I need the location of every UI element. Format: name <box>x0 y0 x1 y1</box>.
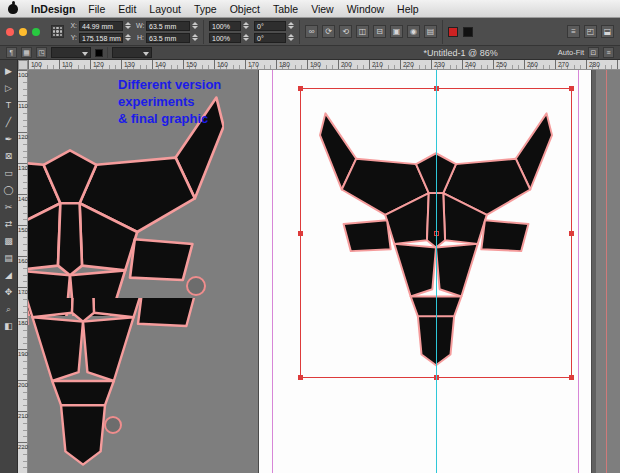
hand-tool[interactable]: ✥ <box>2 285 16 299</box>
pen-tool[interactable]: ✒ <box>2 132 16 146</box>
bleed-guide[interactable] <box>606 70 607 473</box>
y-field[interactable]: 175.158 mm <box>79 33 123 43</box>
w-stepper[interactable] <box>192 22 198 29</box>
x-stepper[interactable] <box>125 22 131 29</box>
ruler-origin-corner[interactable] <box>18 60 28 70</box>
flip-horizontal-icon[interactable]: ◫ <box>356 25 369 38</box>
flip-vertical-icon[interactable]: ⊟ <box>373 25 386 38</box>
select-container-icon[interactable]: ▣ <box>390 25 403 38</box>
panel-options-icon[interactable]: ≡ <box>567 25 580 38</box>
menu-file[interactable]: File <box>88 3 105 15</box>
grid-icon[interactable]: ▦ <box>21 47 32 58</box>
ruler-vertical[interactable]: 100110120130140150160170180190200210220 <box>18 70 28 473</box>
close-window-button[interactable] <box>6 28 14 36</box>
gradient-tool[interactable]: ▩ <box>2 234 16 248</box>
shear-stepper[interactable] <box>288 34 294 41</box>
rotation-stepper[interactable] <box>288 22 294 29</box>
y-label: Y: <box>69 34 77 41</box>
type-tool[interactable]: T <box>2 98 16 112</box>
note-tool[interactable]: ▤ <box>2 251 16 265</box>
handle-bottom-left[interactable] <box>298 375 303 380</box>
annotation-line: Different version <box>118 76 221 93</box>
bull-experiment-2[interactable] <box>28 298 218 473</box>
rectangle-tool[interactable]: ▭ <box>2 166 16 180</box>
handle-top-right[interactable] <box>569 86 574 91</box>
free-transform-tool[interactable]: ⇄ <box>2 217 16 231</box>
scale-x-field[interactable]: 100% <box>209 21 241 31</box>
handle-middle-right[interactable] <box>569 231 574 236</box>
menu-view[interactable]: View <box>311 3 334 15</box>
constrain-proportions-icon[interactable]: ∞ <box>305 25 318 38</box>
effects-icon[interactable]: ▤ <box>424 25 437 38</box>
reference-point-selector[interactable] <box>51 25 64 38</box>
auto-fit-label[interactable]: Auto-Fit <box>558 48 584 57</box>
handle-top-left[interactable] <box>298 86 303 91</box>
columns-icon[interactable]: ◳ <box>36 47 47 58</box>
annotation-text[interactable]: Different version experiments & final gr… <box>118 76 221 127</box>
menu-bar: InDesignFileEditLayoutTypeObjectTableVie… <box>0 0 620 18</box>
ruler-tick-label: 150 <box>186 61 197 68</box>
ruler-tick-label: 270 <box>558 61 569 68</box>
shear-field[interactable]: 0° <box>254 33 286 43</box>
menu-window[interactable]: Window <box>347 3 384 15</box>
ruler-tick-label: 280 <box>589 61 600 68</box>
h-stepper[interactable] <box>192 34 198 41</box>
more-options-icon[interactable]: ≡ <box>603 47 614 58</box>
stroke-color-swatch[interactable] <box>95 49 103 57</box>
margin-guide-left[interactable] <box>272 70 273 473</box>
zoom-tool[interactable]: ⌕ <box>2 302 16 316</box>
line-tool[interactable]: ╱ <box>2 115 16 129</box>
workspace-icon[interactable]: ◰ <box>584 25 597 38</box>
fill-stroke-swatch[interactable]: ◧ <box>2 319 16 333</box>
minimize-window-button[interactable] <box>19 28 27 36</box>
handle-bottom-right[interactable] <box>569 375 574 380</box>
paragraph-icon[interactable]: ¶ <box>6 47 17 58</box>
document-canvas[interactable]: Different version experiments & final gr… <box>28 70 620 473</box>
fitting-icon[interactable]: ⊡ <box>588 47 599 58</box>
stroke-type-dropdown[interactable] <box>51 47 91 58</box>
ruler-tick-label: 180 <box>18 320 28 326</box>
bull-graphic-experiment-2[interactable] <box>28 298 218 473</box>
document-title: *Untitled-1 @ 86% <box>424 48 498 58</box>
ellipse-tool[interactable]: ◯ <box>2 183 16 197</box>
w-field[interactable]: 63.5 mm <box>146 21 190 31</box>
scale-y-stepper[interactable] <box>243 34 249 41</box>
scale-y-field[interactable]: 100% <box>209 33 241 43</box>
menu-edit[interactable]: Edit <box>118 3 136 15</box>
rotation-field[interactable]: 0° <box>254 21 286 31</box>
effects-dropdown[interactable] <box>112 47 152 58</box>
menu-indesign[interactable]: InDesign <box>31 3 75 15</box>
menu-table[interactable]: Table <box>273 3 298 15</box>
menu-help[interactable]: Help <box>397 3 419 15</box>
eye-detail-circle-1[interactable] <box>186 276 206 296</box>
margin-guide-right[interactable] <box>578 70 579 473</box>
eyedropper-tool[interactable]: ◢ <box>2 268 16 282</box>
stroke-swatch[interactable] <box>463 27 473 37</box>
control-panel-row1: X: 44.99 mm Y: 175.158 mm W: 63.5 mm H: … <box>0 18 620 46</box>
ruler-horizontal[interactable]: 1001101201301401501601701801902002102202… <box>28 60 620 70</box>
fill-swatch[interactable] <box>448 27 458 37</box>
ruler-tick-label: 130 <box>124 61 135 68</box>
handle-middle-left[interactable] <box>298 231 303 236</box>
screen-mode-icon[interactable]: ⬓ <box>601 25 614 38</box>
select-content-icon[interactable]: ◉ <box>407 25 420 38</box>
y-stepper[interactable] <box>125 34 131 41</box>
guide-vertical-cyan[interactable] <box>436 70 437 473</box>
zoom-window-button[interactable] <box>32 28 40 36</box>
direct-selection-tool[interactable]: ▷ <box>2 81 16 95</box>
row1-icons: ∞⟳⟲◫⊟▣◉▤ <box>305 25 437 38</box>
x-field[interactable]: 44.99 mm <box>79 21 123 31</box>
menu-layout[interactable]: Layout <box>149 3 181 15</box>
eye-detail-circle-2[interactable] <box>104 416 122 434</box>
apple-logo-icon[interactable] <box>8 4 18 14</box>
scale-x-stepper[interactable] <box>243 22 249 29</box>
menu-type[interactable]: Type <box>194 3 217 15</box>
rotate-ccw-icon[interactable]: ⟲ <box>339 25 352 38</box>
scissors-tool[interactable]: ✂ <box>2 200 16 214</box>
selection-tool[interactable]: ▶ <box>2 64 16 78</box>
rectangle-frame-tool[interactable]: ⊠ <box>2 149 16 163</box>
h-field[interactable]: 63.5 mm <box>146 33 190 43</box>
rotate-cw-icon[interactable]: ⟳ <box>322 25 335 38</box>
menu-object[interactable]: Object <box>230 3 260 15</box>
ruler-tick-label: 150 <box>18 227 28 233</box>
